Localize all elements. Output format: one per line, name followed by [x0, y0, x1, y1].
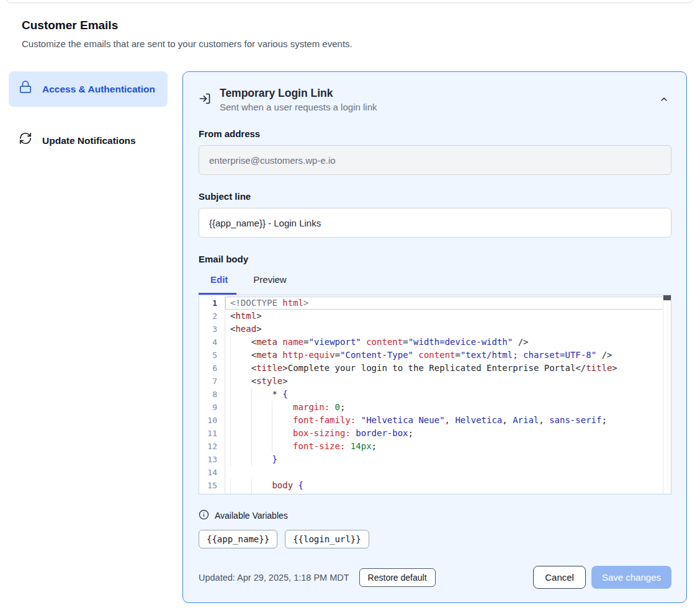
- temporary-login-link-panel: Temporary Login Link Sent when a user re…: [182, 71, 687, 603]
- code-line-16[interactable]: 16background-color: #ffffff;: [199, 492, 671, 494]
- panel-subtitle: Sent when a user requests a login link: [220, 102, 648, 112]
- tab-preview[interactable]: Preview: [253, 274, 286, 285]
- refresh-icon: [19, 132, 32, 150]
- email-types-sidebar: Access & Authentication Update Notificat…: [9, 71, 168, 158]
- line-number: 5: [199, 349, 225, 362]
- code-content: background-color: #ffffff;: [225, 492, 671, 494]
- email-body-code-editor[interactable]: 1<!DOCTYPE html>2<html>3<head>4<meta nam…: [199, 295, 671, 494]
- tab-edit[interactable]: Edit: [210, 274, 228, 285]
- code-line-9[interactable]: 9margin: 0;: [199, 401, 671, 414]
- code-content: font-family: "Helvetica Neue", Helvetica…: [225, 414, 671, 427]
- code-content: <meta http-equiv="Content-Type" content=…: [225, 349, 671, 362]
- panel-header: Temporary Login Link Sent when a user re…: [199, 87, 671, 112]
- available-variables-label: Available Variables: [215, 511, 288, 521]
- email-body-tabs: Edit Preview: [210, 274, 671, 285]
- line-number: 1: [199, 297, 225, 310]
- code-content: <title>Complete your login to the Replic…: [225, 362, 671, 375]
- available-variables-header: Available Variables: [199, 509, 671, 522]
- code-line-15[interactable]: 15body {: [199, 479, 671, 492]
- code-line-6[interactable]: 6<title>Complete your login to the Repli…: [199, 362, 671, 375]
- scrollbar-thumb[interactable]: [663, 295, 671, 300]
- line-number: 2: [199, 310, 225, 323]
- panel-footer: Updated: Apr 29, 2025, 1:18 PM MDT Resto…: [199, 566, 671, 589]
- line-number: 13: [199, 453, 225, 466]
- page-title: Customer Emails: [22, 19, 678, 32]
- code-content: <html>: [225, 310, 671, 323]
- code-content: [225, 466, 671, 479]
- code-line-5[interactable]: 5<meta http-equiv="Content-Type" content…: [199, 349, 671, 362]
- line-number: 10: [199, 414, 225, 427]
- line-number: 15: [199, 479, 225, 492]
- code-content: <!DOCTYPE html>: [225, 297, 671, 310]
- lock-icon: [19, 80, 32, 98]
- sidebar-item-label: Update Notifications: [42, 133, 136, 148]
- code-line-14[interactable]: 14: [199, 466, 671, 479]
- chevron-up-icon: [659, 97, 669, 106]
- code-line-13[interactable]: 13}: [199, 453, 671, 466]
- line-number: 8: [199, 388, 225, 401]
- variable-chip-login-url[interactable]: {{login_url}}: [285, 530, 369, 548]
- subject-line-input[interactable]: [199, 208, 671, 238]
- code-content: font-size: 14px;: [225, 440, 671, 453]
- code-content: * {: [225, 388, 671, 401]
- info-icon: [199, 509, 209, 522]
- code-line-4[interactable]: 4<meta name="viewport" content="width=de…: [199, 336, 671, 349]
- save-changes-button[interactable]: Save changes: [591, 566, 671, 589]
- code-content: }: [225, 453, 671, 466]
- code-line-10[interactable]: 10font-family: "Helvetica Neue", Helveti…: [199, 414, 671, 427]
- page-subtitle: Customize the emails that are sent to yo…: [22, 38, 678, 49]
- collapse-panel-button[interactable]: [657, 92, 671, 109]
- sidebar-item-access-authentication[interactable]: Access & Authentication: [9, 71, 168, 107]
- code-content: <meta name="viewport" content="width=dev…: [225, 336, 671, 349]
- line-number: 12: [199, 440, 225, 453]
- code-content: <head>: [225, 323, 671, 336]
- code-content: box-sizing: border-box;: [225, 427, 671, 440]
- line-number: 4: [199, 336, 225, 349]
- line-number: 11: [199, 427, 225, 440]
- line-number: 9: [199, 401, 225, 414]
- line-number: 6: [199, 362, 225, 375]
- page-header: Customer Emails Customize the emails tha…: [22, 19, 678, 49]
- code-content: margin: 0;: [225, 401, 671, 414]
- from-address-input[interactable]: [199, 145, 671, 175]
- code-line-11[interactable]: 11box-sizing: border-box;: [199, 427, 671, 440]
- variable-chips: {{app_name}} {{login_url}}: [199, 530, 671, 548]
- subject-line-label: Subject line: [199, 191, 671, 202]
- variable-chip-app-name[interactable]: {{app_name}}: [199, 530, 277, 548]
- from-address-label: From address: [199, 128, 671, 139]
- sidebar-item-label: Access & Authentication: [42, 82, 155, 97]
- panel-title: Temporary Login Link: [220, 87, 648, 100]
- line-number: 7: [199, 375, 225, 388]
- code-line-12[interactable]: 12font-size: 14px;: [199, 440, 671, 453]
- sidebar-item-update-notifications[interactable]: Update Notifications: [9, 123, 168, 158]
- line-number: 14: [199, 466, 225, 479]
- cancel-button[interactable]: Cancel: [533, 566, 586, 589]
- code-line-7[interactable]: 7<style>: [199, 375, 671, 388]
- login-icon: [199, 92, 211, 107]
- line-number: 16: [199, 492, 225, 494]
- previous-card-bottom-edge: [6, 0, 694, 3]
- editor-vertical-scrollbar[interactable]: [663, 295, 671, 494]
- code-line-3[interactable]: 3<head>: [199, 323, 671, 336]
- code-line-2[interactable]: 2<html>: [199, 310, 671, 323]
- updated-timestamp: Updated: Apr 29, 2025, 1:18 PM MDT: [199, 573, 349, 583]
- code-line-8[interactable]: 8* {: [199, 388, 671, 401]
- code-line-1[interactable]: 1<!DOCTYPE html>: [199, 297, 671, 310]
- restore-default-button[interactable]: Restore default: [359, 568, 436, 587]
- code-content: <style>: [225, 375, 671, 388]
- email-body-label: Email body: [199, 254, 671, 264]
- line-number: 3: [199, 323, 225, 336]
- code-content: body {: [225, 479, 671, 492]
